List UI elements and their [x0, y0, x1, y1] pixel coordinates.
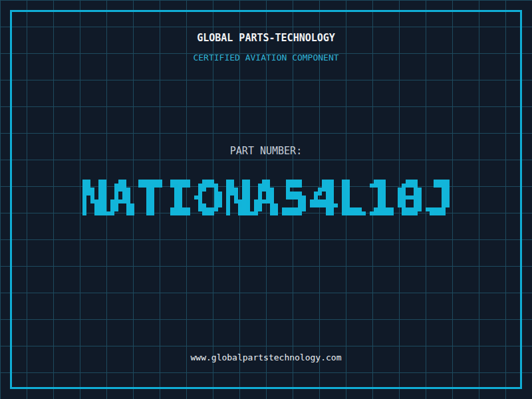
part-number-display: [66, 168, 466, 231]
part-number-label: PART NUMBER:: [0, 145, 532, 157]
website-url: www.globalpartstechnology.com: [0, 352, 532, 362]
blueprint-background: GLOBAL PARTS-TECHNOLOGY CERTIFIED AVIATI…: [0, 0, 532, 399]
certification-tagline: CERTIFIED AVIATION COMPONENT: [0, 53, 532, 63]
company-name: GLOBAL PARTS-TECHNOLOGY: [0, 32, 532, 44]
